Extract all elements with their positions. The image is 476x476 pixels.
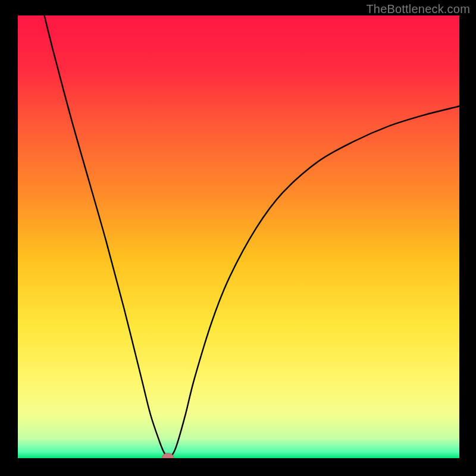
optimum-marker (162, 453, 174, 461)
watermark-text: TheBottleneck.com (366, 2, 470, 16)
plot-background (18, 15, 459, 458)
bottleneck-chart (0, 0, 476, 476)
chart-stage: TheBottleneck.com (0, 0, 476, 476)
